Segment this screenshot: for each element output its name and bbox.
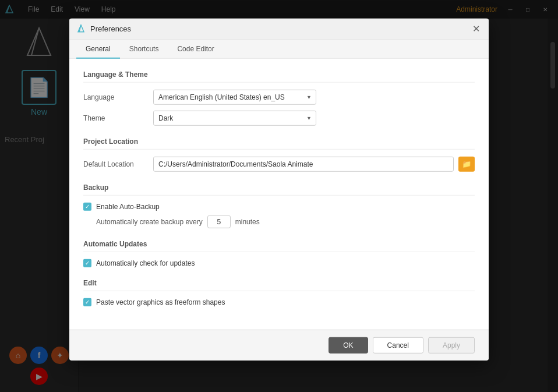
ok-button[interactable]: OK bbox=[329, 337, 368, 353]
check-updates-row: ✓ Automatically check for updates bbox=[83, 259, 475, 267]
dialog-titlebar: Preferences ✕ bbox=[69, 18, 489, 40]
backup-interval-row: Automatically create backup every minute… bbox=[96, 215, 475, 228]
language-theme-title: Language & Theme bbox=[83, 70, 475, 82]
preferences-icon bbox=[76, 24, 86, 33]
language-select[interactable]: American English (United States) en_US bbox=[153, 89, 316, 104]
tab-shortcuts[interactable]: Shortcuts bbox=[120, 40, 168, 58]
language-select-wrapper: American English (United States) en_US bbox=[153, 89, 316, 104]
language-label: Language bbox=[83, 93, 153, 101]
edit-section-title: Edit bbox=[83, 278, 475, 291]
browse-folder-button[interactable]: 📁 bbox=[458, 156, 475, 171]
automatic-updates-section: Automatic Updates ✓ Automatically check … bbox=[83, 239, 475, 267]
default-location-row: Default Location 📁 bbox=[83, 156, 475, 171]
default-location-control: 📁 bbox=[153, 156, 475, 171]
apply-button[interactable]: Apply bbox=[428, 337, 475, 353]
dialog-close-button[interactable]: ✕ bbox=[470, 23, 482, 34]
edit-section: Edit ✓ Paste vector graphics as freeform… bbox=[83, 278, 475, 306]
theme-select-wrapper: Dark Light bbox=[153, 110, 316, 125]
preferences-dialog: Preferences ✕ General Shortcuts Code Edi… bbox=[69, 18, 489, 360]
dialog-tabs: General Shortcuts Code Editor bbox=[69, 40, 489, 58]
project-location-title: Project Location bbox=[83, 137, 475, 149]
paste-vector-checkbox[interactable]: ✓ bbox=[83, 298, 91, 306]
language-theme-section: Language & Theme Language American Engli… bbox=[83, 70, 475, 125]
location-input[interactable] bbox=[153, 156, 454, 171]
automatic-updates-title: Automatic Updates bbox=[83, 239, 475, 252]
theme-control: Dark Light bbox=[153, 110, 475, 125]
check-updates-checkbox[interactable]: ✓ bbox=[83, 259, 91, 267]
paste-vector-row: ✓ Paste vector graphics as freeform shap… bbox=[83, 298, 475, 306]
backup-section: Backup ✓ Enable Auto-Backup Automaticall… bbox=[83, 183, 475, 228]
dialog-content: Language & Theme Language American Engli… bbox=[69, 58, 489, 329]
interval-prefix: Automatically create backup every bbox=[96, 217, 203, 225]
tab-general[interactable]: General bbox=[76, 40, 120, 58]
folder-icon: 📁 bbox=[462, 160, 471, 168]
location-row: 📁 bbox=[153, 156, 475, 171]
theme-row: Theme Dark Light bbox=[83, 110, 475, 125]
tab-code-editor[interactable]: Code Editor bbox=[168, 40, 223, 58]
auto-backup-label: Enable Auto-Backup bbox=[96, 202, 160, 210]
check-updates-label: Automatically check for updates bbox=[96, 259, 195, 267]
dialog-title-left: Preferences bbox=[76, 24, 131, 33]
paste-vector-label: Paste vector graphics as freeform shapes bbox=[96, 298, 225, 306]
auto-backup-checkbox[interactable]: ✓ bbox=[83, 202, 91, 210]
backup-interval-input[interactable] bbox=[207, 215, 231, 228]
language-control: American English (United States) en_US bbox=[153, 89, 475, 104]
auto-backup-row: ✓ Enable Auto-Backup bbox=[83, 202, 475, 210]
dialog-footer: OK Cancel Apply bbox=[69, 329, 489, 360]
theme-select[interactable]: Dark Light bbox=[153, 110, 316, 125]
backup-title: Backup bbox=[83, 183, 475, 195]
dialog-title: Preferences bbox=[90, 24, 131, 33]
project-location-section: Project Location Default Location 📁 bbox=[83, 137, 475, 171]
theme-label: Theme bbox=[83, 114, 153, 122]
default-location-label: Default Location bbox=[83, 160, 153, 168]
interval-suffix: minutes bbox=[235, 217, 260, 225]
cancel-button[interactable]: Cancel bbox=[373, 337, 423, 353]
language-row: Language American English (United States… bbox=[83, 89, 475, 104]
